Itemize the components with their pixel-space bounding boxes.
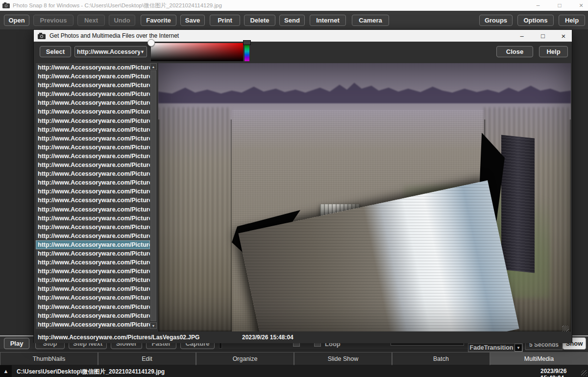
image-dark-tower — [501, 135, 535, 273]
delete-button[interactable]: Delete — [244, 15, 275, 26]
arrow-up-icon[interactable]: ▲ — [0, 365, 12, 377]
camera-button[interactable]: Camera — [352, 15, 389, 26]
url-list-item[interactable]: http://www.Accessoryware.com/Pictures/M — [36, 276, 150, 284]
url-list-item[interactable]: http://www.Accessoryware.com/Pictures/M — [36, 311, 150, 320]
play-button[interactable]: Play — [4, 338, 29, 349]
url-list-item[interactable]: http://www.Accessoryware.com/Pictures/M — [36, 320, 150, 329]
dialog-maximize-button[interactable]: □ — [533, 30, 553, 42]
tab-multimedia[interactable]: MultiMedia — [490, 352, 588, 365]
scroll-down-icon[interactable]: ▼ — [150, 322, 157, 329]
options-button[interactable]: Options — [517, 15, 554, 26]
url-list-item[interactable]: http://www.Accessoryware.com/Pictures/M — [36, 284, 150, 293]
hue-handle[interactable] — [243, 40, 251, 45]
dialog-resize-grip[interactable] — [562, 326, 569, 331]
chevron-down-icon[interactable]: ▼ — [514, 344, 522, 352]
file-path: C:\Users\User\Desktop\微信图片_2022102411412… — [17, 368, 165, 376]
url-list-item[interactable]: http://www.Accessoryware.com/Pictures/M — [36, 293, 150, 302]
color-gradient-picker[interactable] — [151, 43, 243, 61]
bottom-status-bar: ▲ C:\Users\User\Desktop\微信图片_20221024114… — [0, 365, 588, 377]
save-button[interactable]: Save — [180, 15, 205, 26]
internet-photos-dialog: Get Photos and Multimedia Files over the… — [33, 29, 572, 343]
dialog-title: Get Photos and Multimedia Files over the… — [49, 32, 179, 39]
url-list-item[interactable]: http://www.Accessoryware.com/Pictures/L — [36, 152, 150, 161]
url-list-item[interactable]: http://www.Accessoryware.com/Pictures/L — [36, 258, 150, 267]
main-toolbar: Open Previous Next Undo Favorite Save Pr… — [0, 11, 588, 29]
minimize-button[interactable]: – — [528, 0, 548, 11]
dialog-timestamp: 2023/9/26 15:48:04 — [242, 334, 294, 341]
url-list-item[interactable]: http://www.Accessoryware.com/Pictures/L — [36, 249, 150, 258]
url-list-item[interactable]: http://www.Accessoryware.com/Pictures/L — [36, 214, 150, 223]
dialog-help-button[interactable]: Help — [539, 46, 568, 57]
tab-slide-show[interactable]: Slide Show — [294, 352, 392, 365]
select-button[interactable]: Select — [40, 46, 71, 57]
gradient-handle[interactable] — [147, 39, 155, 47]
send-button[interactable]: Send — [279, 15, 305, 26]
url-list-item[interactable]: http://www.Accessoryware.com/Pictures/L — [36, 169, 150, 178]
dialog-close-icon[interactable]: × — [553, 30, 574, 42]
slideshow-image[interactable] — [158, 63, 571, 331]
tab-organize[interactable]: Organize — [196, 352, 294, 365]
url-list: http://www.Accessoryware.com/Pictures/Bh… — [36, 63, 150, 329]
scroll-up-icon[interactable]: ▲ — [150, 63, 157, 70]
url-list-item[interactable]: http://www.Accessoryware.com/Pictures/L — [36, 205, 150, 214]
dialog-titlebar: Get Photos and Multimedia Files over the… — [34, 30, 572, 42]
url-list-item[interactable]: http://www.Accessoryware.com/Pictures/C — [36, 117, 150, 125]
camera-icon — [38, 33, 46, 39]
tab-batch[interactable]: Batch — [392, 352, 490, 365]
url-list-item[interactable]: http://www.Accessoryware.com/Pictures/C — [36, 107, 150, 116]
previous-button[interactable]: Previous — [33, 15, 74, 26]
main-titlebar: Photo Snap 8 for Windows - C:\Users\User… — [0, 0, 588, 11]
url-list-item[interactable]: http://www.Accessoryware.com/Pictures/L — [36, 187, 150, 196]
dialog-minimize-button[interactable]: – — [512, 30, 532, 42]
url-combobox-value: http://www.Accessoryw — [77, 48, 140, 55]
url-list-item[interactable]: http://www.Accessoryware.com/Pictures/L — [36, 267, 150, 276]
next-button[interactable]: Next — [77, 15, 105, 26]
groups-button[interactable]: Groups — [479, 15, 513, 26]
dialog-close-button[interactable]: Close — [496, 46, 533, 57]
resize-grip[interactable] — [581, 370, 587, 376]
url-list-item[interactable]: http://www.Accessoryware.com/Pictures/B — [36, 72, 150, 81]
image-mountains — [158, 79, 571, 103]
url-list-item[interactable]: http://www.Accessoryware.com/Pictures/L — [36, 240, 150, 249]
scrollbar-thumb[interactable] — [150, 71, 156, 321]
main-window: Photo Snap 8 for Windows - C:\Users\User… — [0, 0, 588, 377]
tabs-row: ThumbNails Edit Organize Slide Show Batc… — [0, 352, 588, 365]
undo-button[interactable]: Undo — [109, 15, 135, 26]
open-button[interactable]: Open — [4, 15, 29, 26]
camera-icon — [2, 2, 10, 8]
url-list-item[interactable]: http://www.Accessoryware.com/Pictures/C — [36, 90, 150, 98]
current-url: http://www.Accessoryware.com/Pictures/La… — [38, 334, 199, 341]
url-list-item[interactable]: http://www.Accessoryware.com/Pictures/L — [36, 232, 150, 240]
internet-button[interactable]: Internet — [310, 15, 346, 26]
url-combobox[interactable]: http://www.Accessoryw ▼ — [74, 46, 147, 57]
url-list-item[interactable]: http://www.Accessoryware.com/Pictures/L — [36, 134, 150, 143]
window-title: Photo Snap 8 for Windows - C:\Users\User… — [13, 2, 222, 9]
tab-thumbnails[interactable]: ThumbNails — [0, 352, 98, 365]
print-button[interactable]: Print — [210, 15, 240, 26]
url-list-item[interactable]: http://www.Accessoryware.com/Pictures/B — [36, 63, 150, 72]
close-button[interactable]: × — [571, 0, 588, 11]
maximize-button[interactable]: □ — [550, 0, 569, 11]
url-list-item[interactable]: http://www.Accessoryware.com/Pictures/L — [36, 178, 150, 187]
favorite-button[interactable]: Favorite — [141, 15, 176, 26]
url-list-item[interactable]: http://www.Accessoryware.com/Pictures/M — [36, 303, 150, 311]
dialog-status-bar: http://www.Accessoryware.com/Pictures/La… — [34, 331, 572, 343]
tab-edit[interactable]: Edit — [98, 352, 196, 365]
help-button[interactable]: Help — [559, 15, 585, 26]
url-list-item[interactable]: http://www.Accessoryware.com/Pictures/B — [36, 81, 150, 90]
url-list-item[interactable]: http://www.Accessoryware.com/Pictures/L — [36, 161, 150, 169]
url-list-item[interactable]: http://www.Accessoryware.com/Pictures/C — [36, 125, 150, 134]
transition-select[interactable]: FadeTransition ▼ — [468, 343, 523, 352]
url-list-item[interactable]: http://www.Accessoryware.com/Pictures/L — [36, 223, 150, 232]
list-scrollbar[interactable]: ▲ ▼ — [150, 63, 157, 329]
transition-value: FadeTransition — [468, 344, 514, 351]
image-left-panel — [158, 107, 232, 331]
chevron-down-icon: ▼ — [140, 49, 145, 54]
url-list-item[interactable]: http://www.Accessoryware.com/Pictures/C — [36, 98, 150, 107]
url-list-item[interactable]: http://www.Accessoryware.com/Pictures/L — [36, 196, 150, 205]
url-list-item[interactable]: http://www.Accessoryware.com/Pictures/L — [36, 143, 150, 152]
hue-bar[interactable] — [245, 43, 249, 61]
